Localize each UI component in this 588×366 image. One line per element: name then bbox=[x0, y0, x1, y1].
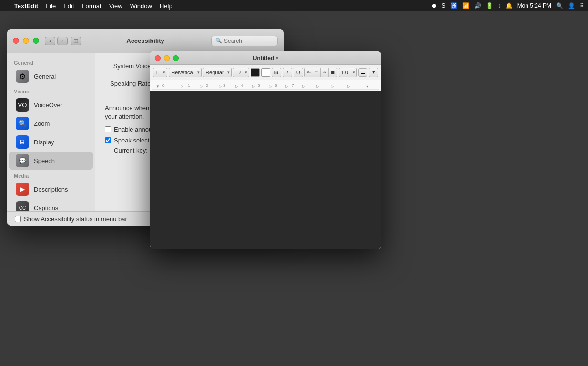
sidebar-item-descriptions[interactable]: ▶ Descriptions bbox=[9, 180, 93, 198]
te-titlebar: Untitled ▾ bbox=[150, 51, 381, 65]
align-center-button[interactable]: ≡ bbox=[313, 68, 321, 77]
svg-text:▷: ▷ bbox=[200, 84, 203, 89]
grid-button[interactable]: ◫ bbox=[71, 37, 81, 45]
sidebar-label-zoom: Zoom bbox=[34, 120, 50, 127]
control-center-icon[interactable]: ⠿ bbox=[580, 2, 584, 9]
notification-icon: 🔔 bbox=[506, 2, 513, 9]
svg-text:7: 7 bbox=[292, 83, 294, 88]
te-toolbar: 1 Helvetica Regular 12 B I U ⇤ ≡ ⇥ ≣ 1 bbox=[150, 65, 381, 80]
svg-text:▷: ▷ bbox=[219, 84, 222, 89]
sidebar-section-media: Media bbox=[7, 170, 95, 180]
svg-text:▷: ▷ bbox=[252, 84, 255, 89]
svg-text:3: 3 bbox=[223, 83, 226, 88]
minimize-button[interactable] bbox=[23, 38, 29, 44]
speech-icon: 💬 bbox=[16, 154, 29, 167]
menubar-file[interactable]: File bbox=[46, 2, 56, 10]
menubar-format[interactable]: Format bbox=[82, 2, 101, 10]
sidebar-section-general: General bbox=[7, 57, 95, 67]
svg-text:▷: ▷ bbox=[181, 84, 184, 89]
te-content[interactable] bbox=[150, 92, 381, 249]
maximize-button[interactable] bbox=[33, 38, 39, 44]
svg-text:▼: ▼ bbox=[156, 84, 160, 89]
menubar-help[interactable]: Help bbox=[160, 2, 172, 10]
te-maximize-button[interactable] bbox=[173, 55, 179, 61]
record-icon: ⏺ bbox=[431, 2, 437, 9]
sidebar-label-voiceover: VoiceOver bbox=[34, 102, 62, 109]
descriptions-icon: ▶ bbox=[16, 183, 29, 196]
search-input[interactable] bbox=[224, 38, 274, 44]
show-accessibility-label[interactable]: Show Accessibility status in menu bar bbox=[24, 215, 127, 223]
menubar-view[interactable]: View bbox=[109, 2, 122, 10]
line-spacing-value: 1.0 bbox=[341, 70, 348, 75]
show-accessibility-checkbox[interactable] bbox=[15, 216, 21, 222]
voiceover-icon: VO bbox=[16, 98, 29, 112]
bold-button[interactable]: B bbox=[272, 68, 281, 77]
menubar-left:  TextEdit File Edit Format View Window … bbox=[4, 1, 172, 10]
svg-text:0: 0 bbox=[162, 83, 165, 88]
svg-text:▷: ▷ bbox=[269, 84, 272, 89]
align-right-button[interactable]: ⇥ bbox=[321, 68, 329, 77]
volume-icon: 🔊 bbox=[474, 2, 481, 9]
sidebar-item-zoom[interactable]: 🔍 Zoom bbox=[9, 114, 93, 132]
sidebar-item-speech[interactable]: 💬 Speech bbox=[9, 152, 93, 170]
menubar-time: Mon 5:24 PM bbox=[517, 2, 551, 9]
speak-selected-checkbox[interactable] bbox=[105, 137, 111, 143]
line-spacing-select[interactable]: 1.0 bbox=[339, 68, 357, 77]
list-chevron-button[interactable]: ▾ bbox=[369, 68, 378, 77]
font-name-select[interactable]: Helvetica bbox=[169, 68, 202, 77]
sidebar-item-general[interactable]: ⚙ General bbox=[9, 67, 93, 85]
svg-text:5: 5 bbox=[258, 83, 260, 88]
te-minimize-button[interactable] bbox=[164, 55, 170, 61]
textedit-window: Untitled ▾ 1 Helvetica Regular 12 B I U … bbox=[150, 51, 381, 249]
window-search[interactable]: 🔍 bbox=[211, 36, 278, 46]
sidebar: General ⚙ General Vision VO VoiceOver 🔍 … bbox=[7, 53, 95, 211]
sidebar-label-display: Display bbox=[34, 139, 54, 146]
enable-announce-checkbox[interactable] bbox=[105, 126, 111, 132]
window-nav-buttons: ‹ › bbox=[45, 37, 68, 45]
menubar-edit[interactable]: Edit bbox=[63, 2, 74, 10]
sidebar-label-general: General bbox=[34, 73, 56, 80]
back-button[interactable]: ‹ bbox=[45, 37, 55, 45]
zoom-icon: 🔍 bbox=[16, 117, 29, 130]
font-style-select[interactable]: Regular bbox=[203, 68, 232, 77]
speaking-rate-label: Speaking Rate: bbox=[105, 80, 152, 87]
font-size-small-select[interactable]: 1 bbox=[153, 68, 167, 77]
wifi-icon: 📶 bbox=[462, 2, 469, 9]
te-traffic-lights bbox=[155, 55, 179, 61]
te-title-text: Untitled bbox=[253, 55, 274, 61]
underline-button[interactable]: U bbox=[294, 68, 303, 77]
sidebar-item-captions[interactable]: CC Captions bbox=[9, 199, 93, 211]
battery-icon: 🔋 bbox=[486, 2, 493, 9]
svg-text:▷: ▷ bbox=[235, 84, 239, 89]
list-button[interactable]: ☰ bbox=[358, 68, 367, 77]
search-icon[interactable]: 🔍 bbox=[556, 2, 563, 9]
sidebar-item-display[interactable]: 🖥 Display bbox=[9, 133, 93, 151]
svg-text:4: 4 bbox=[241, 83, 243, 88]
close-button[interactable] bbox=[13, 38, 19, 44]
te-close-button[interactable] bbox=[155, 55, 161, 61]
skype-icon: S bbox=[442, 2, 446, 9]
align-left-button[interactable]: ⇤ bbox=[305, 68, 313, 77]
user-icon[interactable]: 👤 bbox=[568, 2, 575, 9]
svg-text:▷: ▷ bbox=[285, 84, 289, 89]
menubar:  TextEdit File Edit Format View Window … bbox=[0, 0, 588, 11]
svg-text:▷: ▷ bbox=[347, 84, 351, 89]
menubar-app-name[interactable]: TextEdit bbox=[14, 2, 38, 10]
captions-icon: CC bbox=[16, 201, 29, 211]
forward-button[interactable]: › bbox=[57, 37, 68, 45]
te-ruler: ▼ ▷ ▷ ▷ ▷ ▷ ▷ ▷ ▷ ▷ ▷ ▷ ▾ 0 1 2 3 4 5 6 … bbox=[150, 80, 381, 92]
font-name-value: Helvetica bbox=[171, 70, 193, 75]
bg-color-box[interactable] bbox=[261, 68, 270, 77]
current-key-label: Current key: bbox=[114, 147, 148, 154]
sidebar-label-speech: Speech bbox=[34, 157, 55, 164]
align-justify-button[interactable]: ≣ bbox=[329, 68, 337, 77]
display-icon: 🖥 bbox=[16, 135, 29, 149]
sidebar-item-voiceover[interactable]: VO VoiceOver bbox=[9, 96, 93, 114]
align-group: ⇤ ≡ ⇥ ≣ bbox=[304, 68, 337, 77]
italic-button[interactable]: I bbox=[283, 68, 292, 77]
text-color-box[interactable] bbox=[251, 68, 260, 77]
apple-menu[interactable]:  bbox=[4, 1, 7, 10]
font-size-select[interactable]: 12 bbox=[233, 68, 249, 77]
sidebar-label-captions: Captions bbox=[34, 204, 58, 212]
menubar-window[interactable]: Window bbox=[130, 2, 152, 10]
